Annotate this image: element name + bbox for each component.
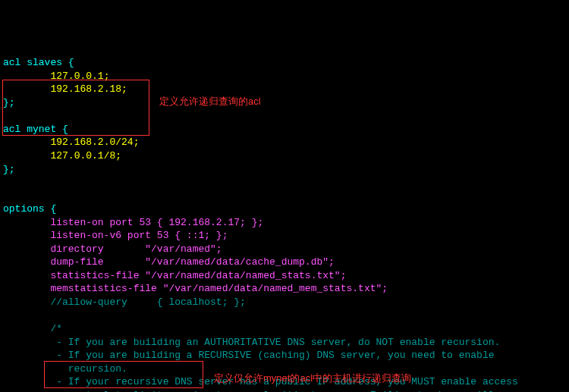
annotation-mynet: 定义允许递归查询的acl — [159, 95, 261, 108]
comment-line: recursion. — [3, 363, 127, 375]
dump-file-line: dump-file "/var/named/data/cache_dump.db… — [3, 256, 335, 268]
statistics-file-line: statistics-file "/var/named/data/named_s… — [3, 270, 346, 281]
memstatistics-file-line: memstatistics-file "/var/named/data/name… — [3, 283, 388, 294]
comment-line: - If you are building a RECURSIVE (cachi… — [3, 350, 495, 361]
listen-on-line: listen-on port 53 { 192.168.2.17; }; — [3, 217, 263, 228]
directory-line: directory "/var/named"; — [3, 243, 222, 255]
acl-slaves-entry-1: 127.0.0.1; — [50, 71, 109, 82]
listen-on-v6-line: listen-on-v6 port 53 { ::1; }; — [3, 230, 228, 241]
acl-slaves-entry-2: 192.168.2.18; — [50, 83, 127, 95]
comment-open: /* — [3, 323, 62, 334]
acl-mynet-entry-2: 127.0.0.1/8; — [50, 150, 121, 162]
comment-line: - If you are building an AUTHORITATIVE D… — [3, 337, 500, 348]
acl-slaves-close: }; — [3, 97, 15, 108]
acl-mynet-decl: acl mynet { — [3, 124, 68, 135]
acl-mynet-close: }; — [3, 164, 15, 175]
annotation-allow-recursion: 定义仅允许mynet的acl中的主机进行递归查询 — [214, 372, 411, 385]
acl-slaves-decl: acl slaves { — [3, 57, 74, 68]
options-decl: options { — [3, 203, 56, 215]
allow-query-comment: //allow-query { localhost; }; — [3, 296, 246, 308]
acl-mynet-entry-1: 192.168.2.0/24; — [50, 136, 139, 148]
